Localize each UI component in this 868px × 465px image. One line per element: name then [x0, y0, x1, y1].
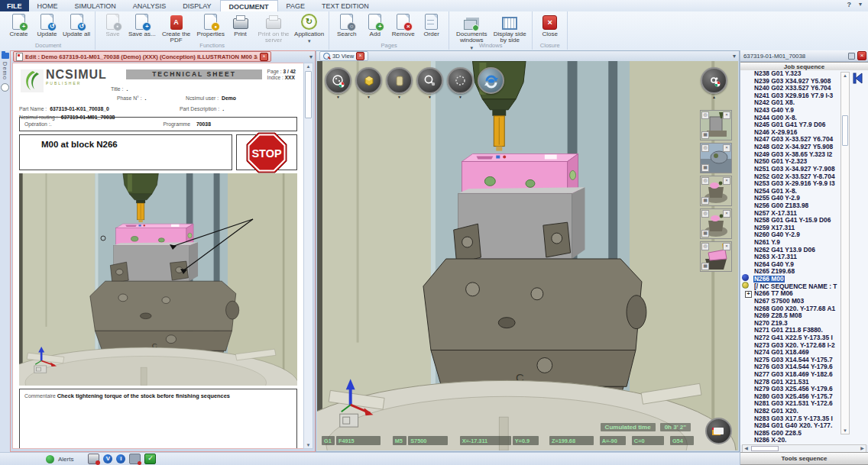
selection-mode-button[interactable] — [447, 67, 474, 94]
part-display-button[interactable] — [355, 67, 382, 94]
tab-document[interactable]: DOCUMENT — [220, 0, 278, 11]
thumbnail-close-icon[interactable] — [723, 144, 730, 152]
save-button[interactable]: Save — [99, 14, 126, 37]
scroll-up-icon[interactable]: ▲ — [841, 73, 849, 79]
dropdown-icon[interactable] — [367, 95, 371, 99]
print-status-icon[interactable] — [88, 454, 99, 464]
dropdown-icon[interactable] — [336, 95, 340, 99]
version-icon[interactable]: V — [103, 454, 112, 463]
simulation-thumbnail[interactable] — [700, 110, 732, 140]
expand-icon[interactable] — [745, 291, 752, 298]
display-side-by-side-button[interactable]: Display side by side — [491, 14, 528, 44]
view-3d-tab[interactable]: 3D View — [319, 51, 368, 61]
scroll-down-icon[interactable]: ▼ — [841, 428, 849, 434]
tool-display-button[interactable] — [701, 67, 727, 94]
create-button[interactable]: Create — [5, 14, 32, 37]
application-button[interactable]: Application — [293, 14, 325, 44]
scroll-up-icon[interactable]: ▲ — [304, 63, 313, 69]
document-close-icon[interactable] — [260, 53, 268, 61]
tab-simulation[interactable]: SIMULATION — [66, 0, 125, 11]
save-as-button[interactable]: Save as... — [128, 14, 157, 37]
project-tab-label[interactable]: Demo — [2, 62, 8, 80]
scroll-right-icon[interactable]: ▶ — [859, 445, 866, 452]
document-tab[interactable]: Edit : Demo 637319-01-M01_70038 (Demo) (… — [13, 51, 271, 62]
tab-analysis[interactable]: ANALYSIS — [125, 0, 174, 11]
info-icon[interactable]: i — [116, 454, 125, 463]
machine-display-button[interactable] — [325, 67, 351, 94]
nc-status-value: Y=0.9 — [513, 436, 539, 445]
simulation-thumbnail[interactable] — [700, 208, 732, 239]
tab-page[interactable]: PAGE — [278, 0, 313, 11]
update-all-button[interactable]: Update all — [62, 14, 91, 37]
tab-text-edition[interactable]: TEXT EDITION — [313, 0, 377, 11]
dropdown-icon[interactable] — [397, 95, 401, 99]
add-button[interactable]: Add — [361, 14, 388, 37]
pin-icon[interactable] — [848, 53, 855, 60]
tools-sequence-header[interactable]: Tools sequence — [740, 452, 868, 465]
print-button[interactable]: Print — [227, 14, 254, 37]
help-icon[interactable]: ? — [847, 1, 852, 8]
document-scrollbar[interactable]: ▲ ▼ — [303, 63, 313, 449]
time-panel-button[interactable] — [705, 418, 732, 444]
document-window: Edit : Demo 637319-01-M01_70038 (Demo) (… — [10, 50, 316, 452]
simulation-thumbnail[interactable] — [700, 176, 732, 206]
thumbnail-zoom-icon[interactable] — [701, 243, 709, 250]
machine-status-icon[interactable] — [129, 454, 141, 464]
tab-home[interactable]: HOME — [29, 0, 66, 11]
history-icon[interactable] — [1, 83, 9, 92]
document-tab-menu-icon[interactable] — [309, 53, 313, 60]
scroll-left-icon[interactable]: ◀ — [743, 445, 750, 452]
thumbnail-close-icon[interactable] — [723, 111, 730, 119]
viewport-3d[interactable]: Cumulated time 0h 3' 2" G1F4915M5S7500X=… — [317, 61, 738, 450]
simulation-thumbnail[interactable] — [700, 143, 732, 173]
create-pdf-button[interactable]: Create the PDF — [158, 14, 195, 44]
panel-close-icon[interactable] — [857, 51, 866, 60]
dropdown-icon[interactable] — [428, 95, 432, 99]
tab-display[interactable]: DISPLAY — [174, 0, 219, 11]
goto-current-block-icon[interactable] — [852, 72, 864, 85]
nc-status-strip: G1F4915M5S7500X=-17.311Y=0.9Z=199.68A=-9… — [322, 436, 694, 445]
close-button[interactable]: Close — [536, 14, 563, 37]
status-bar: Alerts V i — [0, 452, 740, 465]
thumbnail-grid-icon[interactable] — [701, 164, 709, 172]
gcode-line[interactable]: N286 X-20. — [740, 437, 868, 444]
print-server-button[interactable]: Print on the server — [255, 14, 292, 44]
thumbnail-grid-icon[interactable] — [701, 197, 709, 205]
scroll-thumb[interactable] — [305, 71, 312, 118]
stock-display-button[interactable] — [386, 67, 413, 94]
properties-button[interactable]: Properties — [196, 14, 225, 37]
page-add-icon — [368, 15, 381, 30]
zoom-button[interactable] — [416, 67, 443, 94]
alerts-label[interactable]: Alerts — [58, 456, 73, 463]
update-button[interactable]: Update — [34, 14, 60, 37]
thumbnail-grid-icon[interactable] — [701, 263, 709, 270]
thumbnail-close-icon[interactable] — [723, 243, 730, 250]
ribbon-collapse-icon[interactable] — [859, 1, 862, 8]
thumbnail-zoom-icon[interactable] — [701, 210, 709, 218]
scroll-down-icon[interactable]: ▼ — [304, 442, 313, 448]
edit-check-icon[interactable] — [144, 454, 156, 464]
thumbnail-zoom-icon[interactable] — [701, 111, 709, 119]
view-close-icon[interactable] — [356, 52, 364, 60]
thumbnail-grid-icon[interactable] — [701, 230, 709, 237]
group-document-label: Document — [2, 42, 95, 49]
dropdown-icon[interactable] — [458, 95, 462, 99]
search-button[interactable]: Search — [333, 14, 360, 37]
gcode-scrollbar[interactable]: ▲ ▼ — [840, 72, 850, 434]
view-tab-menu-icon[interactable] — [733, 53, 736, 60]
remove-button[interactable]: Remove — [390, 14, 416, 37]
order-button[interactable]: Order — [418, 14, 445, 37]
simulation-thumbnail[interactable] — [700, 241, 732, 272]
scroll-thumb[interactable] — [842, 115, 848, 146]
project-folder-icon[interactable] — [2, 53, 9, 59]
view-tab-bar: 3D View — [316, 51, 739, 61]
thumbnail-zoom-icon[interactable] — [701, 144, 709, 152]
tab-file[interactable]: FILE — [0, 0, 29, 11]
thumbnail-close-icon[interactable] — [723, 210, 730, 218]
dropdown-icon[interactable] — [712, 95, 716, 99]
thumbnail-zoom-icon[interactable] — [701, 177, 709, 185]
thumbnail-close-icon[interactable] — [723, 177, 730, 185]
scroll-thumb[interactable] — [751, 446, 779, 451]
thumbnail-grid-icon[interactable] — [701, 131, 709, 139]
refresh-view-button[interactable] — [478, 67, 504, 94]
